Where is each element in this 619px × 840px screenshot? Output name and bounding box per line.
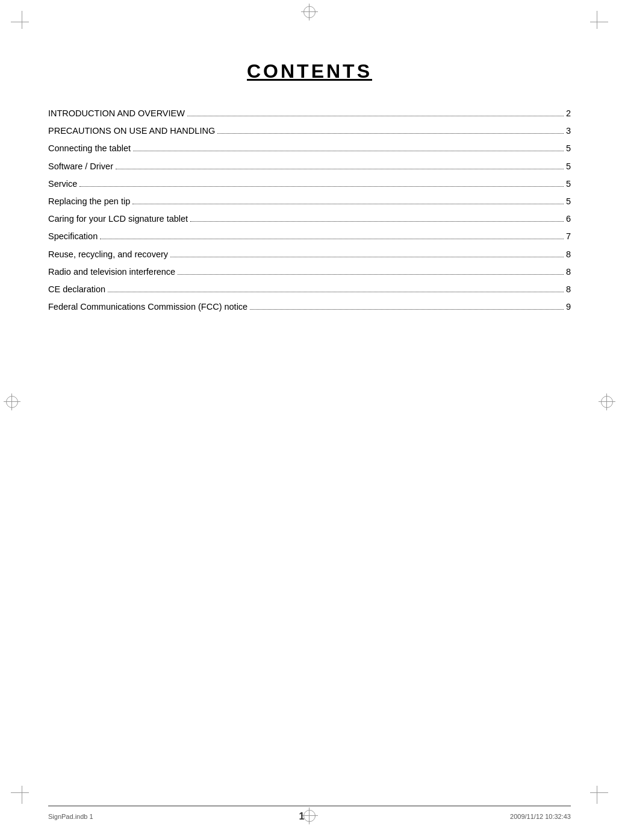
footer-filename: SignPad.indb 1 xyxy=(48,813,93,820)
toc-item-label: Specification xyxy=(48,230,98,243)
footer-divider xyxy=(48,806,571,806)
reg-mark-right xyxy=(599,393,615,410)
toc-item-page: 5 xyxy=(566,195,571,208)
toc-item: CE declaration8 xyxy=(48,283,571,296)
toc-item-label: INTRODUCTION AND OVERVIEW xyxy=(48,107,185,121)
toc-item: Specification7 xyxy=(48,230,571,243)
toc-item: Service5 xyxy=(48,177,571,191)
toc-item-label: Reuse, recycling, and recovery xyxy=(48,248,168,262)
toc-item-page: 5 xyxy=(566,142,571,155)
toc-item: Reuse, recycling, and recovery8 xyxy=(48,248,571,262)
toc-item-dots xyxy=(190,221,564,222)
toc-item-label: Radio and television interference xyxy=(48,265,175,279)
toc-item-label: Service xyxy=(48,177,77,191)
toc-item-label: Federal Communications Commission (FCC) … xyxy=(48,300,247,314)
toc-item-dots xyxy=(217,133,564,134)
reg-mark-left xyxy=(4,393,20,410)
toc-item-page: 3 xyxy=(566,124,571,138)
toc-item-page: 5 xyxy=(566,160,571,174)
toc-list: INTRODUCTION AND OVERVIEW2PRECAUTIONS ON… xyxy=(48,107,571,314)
toc-item-label: Replacing the pen tip xyxy=(48,195,130,208)
document-page: CONTENTS INTRODUCTION AND OVERVIEW2PRECA… xyxy=(0,0,619,840)
page-title: CONTENTS xyxy=(48,60,571,83)
toc-item-page: 6 xyxy=(566,212,571,226)
toc-item-page: 7 xyxy=(566,230,571,243)
toc-item: PRECAUTIONS ON USE AND HANDLING3 xyxy=(48,124,571,138)
toc-item-dots xyxy=(250,309,564,310)
toc-item-label: Caring for your LCD signature tablet xyxy=(48,212,188,226)
toc-item-page: 8 xyxy=(566,283,571,296)
toc-item-dots xyxy=(133,151,564,151)
toc-item-dots xyxy=(178,274,564,275)
toc-item-label: Connecting the tablet xyxy=(48,142,131,155)
page-number: 1 xyxy=(299,811,304,822)
toc-item: Federal Communications Commission (FCC) … xyxy=(48,300,571,314)
toc-item-dots xyxy=(79,186,564,187)
toc-item: Software / Driver5 xyxy=(48,160,571,174)
toc-item-page: 8 xyxy=(566,248,571,262)
toc-item-page: 5 xyxy=(566,177,571,191)
corner-mark-tl xyxy=(11,11,35,35)
toc-item: Caring for your LCD signature tablet6 xyxy=(48,212,571,226)
corner-mark-br xyxy=(584,780,608,804)
toc-item-page: 9 xyxy=(566,300,571,314)
footer-timestamp: 2009/11/12 10:32:43 xyxy=(510,813,571,820)
toc-item-label: CE declaration xyxy=(48,283,105,296)
toc-item-dots xyxy=(108,292,564,292)
corner-mark-tr xyxy=(584,11,608,35)
reg-mark-top xyxy=(301,4,318,20)
footer: SignPad.indb 1 1 2009/11/12 10:32:43 xyxy=(48,806,571,822)
toc-item-dots xyxy=(187,116,564,116)
toc-item-dots xyxy=(170,257,564,257)
toc-item-label: Software / Driver xyxy=(48,160,113,174)
main-content: CONTENTS INTRODUCTION AND OVERVIEW2PRECA… xyxy=(48,60,571,792)
toc-item: Radio and television interference8 xyxy=(48,265,571,279)
toc-item-dots xyxy=(116,169,564,169)
toc-item-dots xyxy=(132,204,564,204)
toc-item-dots xyxy=(100,239,564,239)
toc-item-page: 2 xyxy=(566,107,571,121)
toc-item-label: PRECAUTIONS ON USE AND HANDLING xyxy=(48,124,215,138)
footer-content: SignPad.indb 1 1 2009/11/12 10:32:43 xyxy=(48,811,571,822)
toc-item-page: 8 xyxy=(566,265,571,279)
toc-item: INTRODUCTION AND OVERVIEW2 xyxy=(48,107,571,121)
corner-mark-bl xyxy=(11,780,35,804)
toc-item: Connecting the tablet5 xyxy=(48,142,571,155)
toc-item: Replacing the pen tip5 xyxy=(48,195,571,208)
